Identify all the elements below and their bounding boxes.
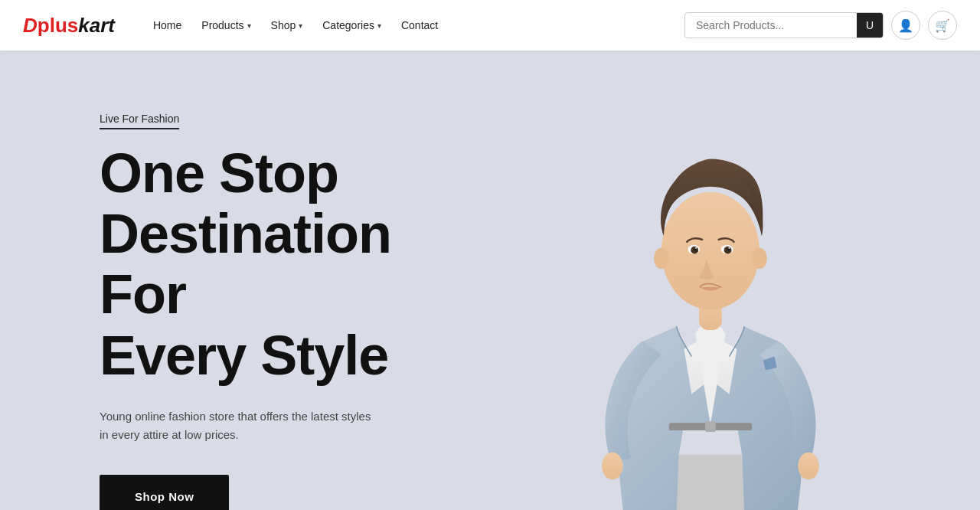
user-icon: 👤 [898,18,913,33]
svg-rect-1 [669,454,752,510]
logo[interactable]: Dpluskart [23,14,115,38]
nav-contact[interactable]: Contact [394,15,446,36]
nav-products[interactable]: Products ▾ [194,15,258,36]
search-icon: U [866,19,874,31]
nav-links: Home Products ▾ Shop ▾ Categories ▾ Cont… [145,15,684,36]
hero-title: One Stop Destination For Every Style [100,143,475,386]
search-input[interactable] [685,13,857,38]
hero-person-svg [552,77,869,510]
search-button[interactable]: U [857,13,883,38]
products-chevron-icon: ▾ [247,21,251,30]
search-bar: U [684,12,884,38]
nav-home-label: Home [153,19,181,31]
categories-chevron-icon: ▾ [377,21,381,30]
hero-subtitle: Live For Fashion [100,113,179,129]
svg-point-12 [695,247,697,248]
svg-point-5 [662,191,760,309]
hero-figure [441,51,980,510]
shop-chevron-icon: ▾ [299,21,302,30]
nav-products-label: Products [201,19,243,31]
cart-icon: 🛒 [935,18,950,33]
hero-title-line2: Destination For [100,203,391,325]
nav-categories-label: Categories [322,19,374,31]
svg-rect-17 [705,421,716,432]
logo-d: D [23,14,38,37]
svg-point-3 [798,452,819,479]
svg-point-15 [752,247,767,269]
hero-image-area [441,51,980,510]
hero-title-line3: Every Style [100,325,388,386]
nav-shop-label: Shop [271,19,296,31]
user-button[interactable]: 👤 [891,11,920,40]
cart-button[interactable]: 🛒 [928,11,957,40]
hero-content: Live For Fashion One Stop Destination Fo… [0,51,475,510]
svg-point-2 [602,452,623,479]
hero-section: Live For Fashion One Stop Destination Fo… [0,51,980,510]
nav-categories[interactable]: Categories ▾ [315,15,389,36]
navbar: Dpluskart Home Products ▾ Shop ▾ Categor… [0,0,980,51]
hero-title-line1: One Stop [100,142,338,204]
logo-kart: kart [78,14,115,37]
nav-contact-label: Contact [401,19,438,31]
nav-home[interactable]: Home [145,15,189,36]
hero-description: Young online fashion store that offers t… [100,407,383,444]
shop-now-button[interactable]: Shop Now [100,475,229,510]
nav-shop[interactable]: Shop ▾ [263,15,311,36]
svg-point-13 [728,247,730,248]
logo-plus: plus [38,14,78,37]
svg-point-14 [654,247,669,269]
